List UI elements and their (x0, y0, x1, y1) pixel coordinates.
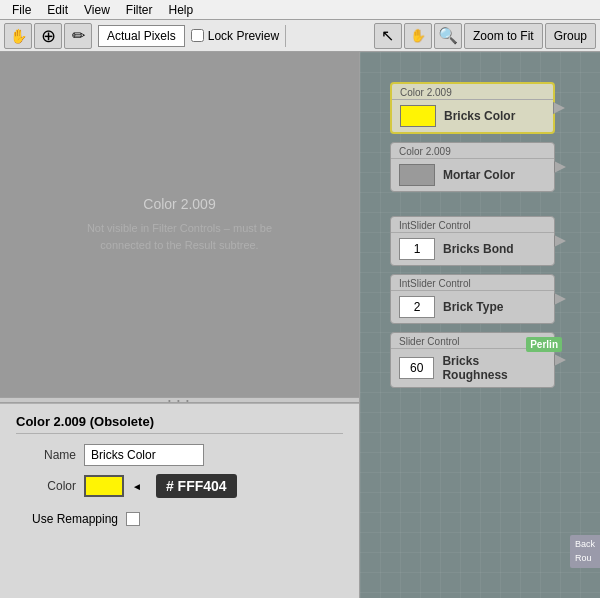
bricks-bond-label: Bricks Bond (443, 242, 514, 256)
menu-edit[interactable]: Edit (39, 1, 76, 19)
brick-type-connector (554, 293, 566, 305)
menu-filter[interactable]: Filter (118, 1, 161, 19)
magnify-tool-button[interactable]: 🔍 (434, 23, 462, 49)
color-field-label: Color (16, 479, 76, 493)
brick-type-header: IntSlider Control (391, 275, 554, 291)
name-row: Name (16, 444, 343, 466)
bricks-bond-connector (554, 235, 566, 247)
hex-tooltip: # FFF404 (156, 474, 237, 498)
preview-subtitle: Not visible in Filter Controls – must be… (87, 220, 272, 253)
hand-tool-button[interactable]: ✋ (4, 23, 32, 49)
toolbar-separator (285, 25, 286, 47)
bricks-roughness-value[interactable]: 60 (399, 357, 434, 379)
back-rou-badge: Back Rou (570, 535, 600, 568)
mortar-color-node-body: Mortar Color (391, 159, 554, 191)
bricks-color-node[interactable]: Color 2.009 Bricks Color (390, 82, 555, 134)
actual-pixels-button[interactable]: Actual Pixels (98, 25, 185, 47)
mortar-color-node[interactable]: Color 2.009 Mortar Color (390, 142, 555, 192)
brick-type-value[interactable]: 2 (399, 296, 435, 318)
pan-tool-button[interactable]: ✋ (404, 23, 432, 49)
menu-help[interactable]: Help (161, 1, 202, 19)
back-label: Back (575, 538, 595, 552)
mortar-color-swatch[interactable] (399, 164, 435, 186)
bricks-roughness-node[interactable]: Slider Control 60 Bricks Roughness Perli… (390, 332, 555, 388)
lock-preview-label: Lock Preview (208, 29, 279, 43)
color-arrow-icon: ◄ (132, 481, 142, 492)
toolbar: ✋ ⊕ ✏ Actual Pixels Lock Preview ↖ ✋ 🔍 Z… (0, 20, 600, 52)
zoom-tool-button[interactable]: ⊕ (34, 23, 62, 49)
brick-type-label: Brick Type (443, 300, 503, 314)
bricks-bond-body: 1 Bricks Bond (391, 233, 554, 265)
remapping-checkbox[interactable] (126, 512, 140, 526)
bricks-color-node-header: Color 2.009 (392, 84, 553, 100)
mortar-color-connector (554, 161, 566, 173)
pencil-tool-button[interactable]: ✏ (64, 23, 92, 49)
remapping-label: Use Remapping (32, 512, 118, 526)
bricks-roughness-label: Bricks Roughness (442, 354, 546, 382)
perlin-badge: Perlin (526, 337, 562, 352)
node-graph-panel[interactable]: Color 2.009 Bricks Color Color 2.009 Mor… (360, 52, 600, 598)
name-field-label: Name (16, 448, 76, 462)
menu-bar: File Edit View Filter Help (0, 0, 600, 20)
lock-preview-container: Lock Preview (191, 29, 279, 43)
bricks-color-connector (553, 102, 565, 114)
color-swatch[interactable] (84, 475, 124, 497)
menu-file[interactable]: File (4, 1, 39, 19)
bricks-bond-value[interactable]: 1 (399, 238, 435, 260)
zoom-fit-button[interactable]: Zoom to Fit (464, 23, 543, 49)
main-area: Color 2.009 Not visible in Filter Contro… (0, 52, 600, 598)
bricks-roughness-connector (554, 354, 566, 366)
bricks-bond-node[interactable]: IntSlider Control 1 Bricks Bond (390, 216, 555, 266)
bricks-color-swatch[interactable] (400, 105, 436, 127)
menu-view[interactable]: View (76, 1, 118, 19)
remapping-row: Use Remapping (16, 512, 343, 526)
mortar-color-node-header: Color 2.009 (391, 143, 554, 159)
preview-title: Color 2.009 (143, 196, 215, 212)
brick-type-body: 2 Brick Type (391, 291, 554, 323)
bricks-color-node-label: Bricks Color (444, 109, 515, 123)
color-row: Color ◄ # FFF404 (16, 474, 343, 498)
lock-preview-checkbox[interactable] (191, 29, 204, 42)
left-panel: Color 2.009 Not visible in Filter Contro… (0, 52, 360, 598)
group-button[interactable]: Group (545, 23, 596, 49)
bricks-color-node-body: Bricks Color (392, 100, 553, 132)
panel-title: Color 2.009 (Obsolete) (16, 414, 343, 434)
bricks-roughness-body: 60 Bricks Roughness (391, 349, 554, 387)
bricks-bond-header: IntSlider Control (391, 217, 554, 233)
cursor-tool-button[interactable]: ↖ (374, 23, 402, 49)
preview-area: Color 2.009 Not visible in Filter Contro… (0, 52, 359, 397)
rou-label: Rou (575, 552, 595, 566)
brick-type-node[interactable]: IntSlider Control 2 Brick Type (390, 274, 555, 324)
properties-panel: Color 2.009 (Obsolete) Name Color ◄ # FF… (0, 403, 359, 598)
mortar-color-node-label: Mortar Color (443, 168, 515, 182)
name-input[interactable] (84, 444, 204, 466)
